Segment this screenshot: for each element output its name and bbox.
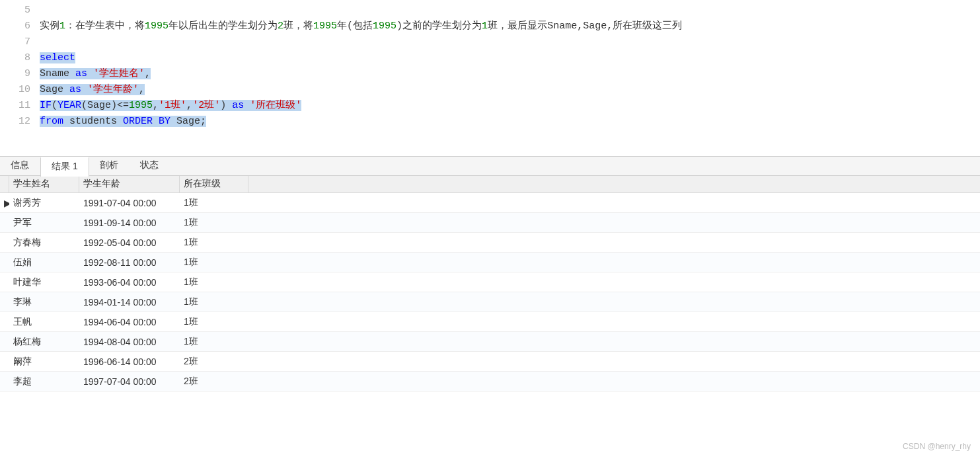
code-line[interactable]: select xyxy=(40,50,682,66)
table-cell[interactable]: 1997-07-04 00:00 xyxy=(79,374,180,390)
table-cell[interactable]: 李琳 xyxy=(9,294,79,311)
result-tabs: 信息结果 1剖析状态 xyxy=(0,156,980,176)
code-line[interactable]: from students ORDER BY Sage; xyxy=(40,114,682,130)
tab-状态[interactable]: 状态 xyxy=(130,157,170,177)
table-row[interactable]: 尹军1991-09-14 00:001班 xyxy=(0,213,980,233)
table-row[interactable]: 李超1997-07-04 00:002班 xyxy=(0,372,980,392)
table-cell[interactable]: 2班 xyxy=(180,373,248,390)
row-marker xyxy=(0,319,9,325)
result-header-row: 学生姓名 学生年龄 所在班级 xyxy=(0,176,980,193)
table-cell[interactable]: 1班 xyxy=(180,234,248,251)
table-cell[interactable]: 2班 xyxy=(180,353,248,370)
table-row[interactable]: 阚萍1996-06-14 00:002班 xyxy=(0,352,980,372)
row-marker xyxy=(0,260,9,265)
table-cell[interactable]: 1994-08-04 00:00 xyxy=(79,334,180,350)
table-cell[interactable]: 1班 xyxy=(180,294,248,311)
row-marker xyxy=(0,300,9,305)
table-row[interactable]: 王帆1994-06-04 00:001班 xyxy=(0,312,980,332)
code-line[interactable]: 实例1：在学生表中，将1995年以后出生的学生划分为2班，将1995年(包括19… xyxy=(40,19,682,34)
row-marker xyxy=(0,379,9,384)
table-cell[interactable]: 叶建华 xyxy=(9,274,79,291)
code-line[interactable]: Sage as '学生年龄', xyxy=(40,82,682,98)
table-cell[interactable]: 伍娟 xyxy=(9,254,79,271)
row-marker: ▶ xyxy=(0,195,9,211)
row-marker xyxy=(0,220,9,226)
table-cell[interactable]: 1996-06-14 00:00 xyxy=(79,354,180,370)
table-row[interactable]: 方春梅1992-05-04 00:001班 xyxy=(0,233,980,253)
table-cell[interactable]: 1991-09-14 00:00 xyxy=(79,215,180,231)
table-row[interactable]: 杨红梅1994-08-04 00:001班 xyxy=(0,332,980,352)
table-row[interactable]: 叶建华1993-06-04 00:001班 xyxy=(0,272,980,292)
table-cell[interactable]: 1991-07-04 00:00 xyxy=(79,195,180,211)
code-line[interactable]: IF(YEAR(Sage)<=1995,'1班','2班') as '所在班级' xyxy=(40,98,682,114)
row-marker xyxy=(0,359,9,364)
tab-信息[interactable]: 信息 xyxy=(0,157,40,177)
line-number: 6 xyxy=(0,19,30,34)
column-header[interactable]: 所在班级 xyxy=(180,176,248,192)
line-number: 5 xyxy=(0,3,30,19)
tab-结果 1[interactable]: 结果 1 xyxy=(40,157,89,177)
table-cell[interactable]: 1992-08-11 00:00 xyxy=(79,255,180,270)
line-number: 12 xyxy=(0,114,30,130)
code-area[interactable]: 实例1：在学生表中，将1995年以后出生的学生划分为2班，将1995年(包括19… xyxy=(40,3,682,130)
table-cell[interactable]: 1班 xyxy=(180,333,248,351)
line-number: 9 xyxy=(0,66,30,82)
table-row[interactable]: 伍娟1992-08-11 00:001班 xyxy=(0,253,980,272)
row-marker xyxy=(0,280,9,285)
table-cell[interactable]: 1班 xyxy=(180,274,248,291)
table-cell[interactable]: 王帆 xyxy=(9,313,79,331)
sql-editor[interactable]: 56789101112 实例1：在学生表中，将1995年以后出生的学生划分为2班… xyxy=(0,0,980,156)
table-cell[interactable]: 谢秀芳 xyxy=(9,194,79,212)
line-number: 10 xyxy=(0,82,30,98)
line-number: 7 xyxy=(0,34,30,50)
code-line[interactable] xyxy=(40,3,682,19)
table-cell[interactable]: 1994-06-04 00:00 xyxy=(79,314,180,330)
table-cell[interactable]: 1993-06-04 00:00 xyxy=(79,274,180,290)
table-cell[interactable]: 方春梅 xyxy=(9,234,79,251)
column-header[interactable]: 学生年龄 xyxy=(79,176,180,192)
table-cell[interactable]: 阚萍 xyxy=(9,353,79,370)
table-cell[interactable]: 1994-01-14 00:00 xyxy=(79,294,180,310)
table-cell[interactable]: 1班 xyxy=(180,214,248,231)
result-rows: ▶谢秀芳1991-07-04 00:001班尹军1991-09-14 00:00… xyxy=(0,193,980,392)
row-marker xyxy=(0,240,9,245)
tab-剖析[interactable]: 剖析 xyxy=(89,157,130,177)
table-cell[interactable]: 杨红梅 xyxy=(9,333,79,351)
table-row[interactable]: 李琳1994-01-14 00:001班 xyxy=(0,292,980,312)
results-panel: 学生姓名 学生年龄 所在班级 ▶谢秀芳1991-07-04 00:001班尹军1… xyxy=(0,176,980,392)
table-cell[interactable]: 1992-05-04 00:00 xyxy=(79,235,180,251)
row-marker xyxy=(0,339,9,345)
line-number: 11 xyxy=(0,98,30,114)
line-number-gutter: 56789101112 xyxy=(0,3,40,130)
code-line[interactable] xyxy=(40,34,682,50)
table-cell[interactable]: 1班 xyxy=(180,254,248,271)
row-marker-header xyxy=(0,176,9,192)
column-header[interactable]: 学生姓名 xyxy=(9,176,79,192)
table-cell[interactable]: 李超 xyxy=(9,373,79,390)
table-cell[interactable]: 尹军 xyxy=(9,214,79,231)
table-row[interactable]: ▶谢秀芳1991-07-04 00:001班 xyxy=(0,193,980,213)
code-line[interactable]: Sname as '学生姓名', xyxy=(40,66,682,82)
table-cell[interactable]: 1班 xyxy=(180,313,248,331)
line-number: 8 xyxy=(0,50,30,66)
table-cell[interactable]: 1班 xyxy=(180,194,248,212)
